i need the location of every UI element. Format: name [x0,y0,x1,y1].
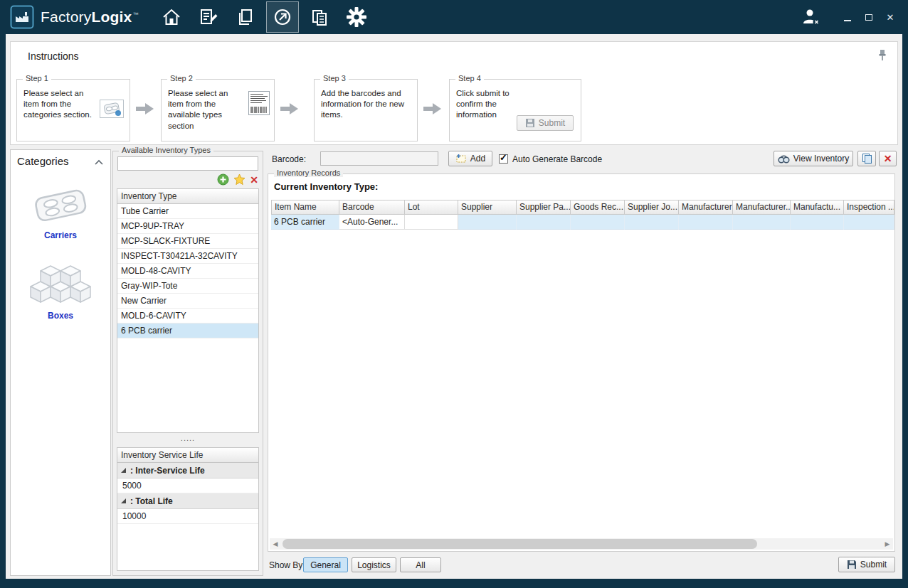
nav-settings-button[interactable] [341,2,372,32]
group-label: : Inter-Service Life [130,466,205,476]
carriers-icon [30,186,91,224]
cell-item-name[interactable]: 6 PCB carrier [271,215,339,230]
column-header-manufacturer[interactable]: Manufacturer [679,200,733,215]
delete-type-button[interactable]: ✕ [250,175,258,185]
records-grid: Item Name Barcode Lot Supplier Supplier … [271,200,894,230]
column-header-supplier-part[interactable]: Supplier Pa... [517,200,571,215]
cell-supplier[interactable] [458,215,517,230]
view-inventory-label: View Inventory [793,154,850,164]
nav-materials-button[interactable] [230,2,261,32]
brand-factory: Factory [41,9,91,25]
cell-manufacturer-2[interactable] [733,215,791,230]
inventory-type-row[interactable]: MOLD-6-CAVITY [117,309,258,324]
inventory-type-row[interactable]: MCP-SLACK-FIXTURE [117,234,258,249]
brand-logix: Logix [91,9,132,25]
instructions-title: Instructions [28,50,79,62]
service-life-header[interactable]: Inventory Service Life [117,448,258,463]
column-header-inspection[interactable]: Inspection ... [844,200,894,215]
cell-goods-received[interactable] [571,215,625,230]
brand-trademark: ™ [132,11,138,18]
category-boxes-label: Boxes [48,311,73,321]
type-filter-input[interactable] [117,156,258,171]
pin-icon[interactable] [877,49,887,61]
save-icon [847,560,857,570]
close-button[interactable]: ✕ [880,8,901,26]
inventory-type-column-header[interactable]: Inventory Type [117,189,258,204]
show-by-logistics-button[interactable]: Logistics [352,557,396,572]
column-header-item-name[interactable]: Item Name [271,200,339,215]
user-status-button[interactable] [797,5,825,29]
cell-supplier-part[interactable] [517,215,571,230]
column-header-supplier[interactable]: Supplier [458,200,517,215]
cell-manufacturer[interactable] [679,215,733,230]
step-4-box: Step 4 Click submit to confirm the infor… [449,79,581,141]
cell-manufactu[interactable] [791,215,844,230]
delete-record-button[interactable]: ✕ [879,151,897,166]
inventory-type-row[interactable]: MCP-9UP-TRAY [117,219,258,234]
inventory-type-row[interactable]: Gray-WIP-Tote [117,279,258,294]
column-header-manufactu[interactable]: Manufactu... [791,200,844,215]
category-carriers[interactable]: Carriers [11,186,110,240]
group-row-total-life[interactable]: : Total Life [117,493,258,509]
nav-worksheets-button[interactable] [193,2,224,32]
category-carriers-label: Carriers [44,230,77,240]
column-header-barcode[interactable]: Barcode [339,200,405,215]
inventory-type-row[interactable]: Tube Carrier [117,204,258,219]
factorylogix-window: FactoryLogix™ [0,0,908,588]
inventory-records-group: Inventory Records Current Inventory Type… [268,173,895,552]
maximize-icon [865,14,872,21]
group-row-inter-service-life[interactable]: : Inter-Service Life [117,463,258,479]
scroll-right-button[interactable]: ▶ [882,538,893,550]
chevron-up-icon[interactable] [94,159,104,166]
category-boxes[interactable]: Boxes [11,259,110,321]
nav-reports-button[interactable] [304,2,335,32]
column-header-supplier-job[interactable]: Supplier Jo... [625,200,679,215]
step-2-text: Please select an item from the available… [168,88,242,132]
maximize-button[interactable] [858,8,880,26]
service-life-value[interactable]: 10000 [117,509,258,524]
splitter-handle[interactable]: ..... [117,436,259,444]
categories-preview-image [100,100,124,118]
show-by-all-button[interactable]: All [400,557,441,572]
column-header-goods-received[interactable]: Goods Rec... [571,200,625,215]
cell-lot[interactable] [405,215,458,230]
record-row[interactable]: 6 PCB carrier <Auto-Gener... [271,215,894,230]
add-type-button[interactable] [217,173,229,186]
show-by-general-button[interactable]: General [303,557,348,572]
step-1-title: Step 1 [23,74,51,82]
inventory-type-row[interactable]: INSPECT-T30421A-32CAVITY [117,249,258,264]
view-inventory-button[interactable]: View Inventory [774,151,853,166]
column-header-lot[interactable]: Lot [405,200,458,215]
submit-button[interactable]: Submit [838,557,895,572]
instructions-panel: Instructions Step 1 Please select an ite… [10,41,898,145]
minimize-button[interactable] [837,8,858,26]
service-life-value[interactable]: 5000 [117,479,258,493]
cell-inspection[interactable] [844,215,894,230]
copy-button[interactable] [857,151,876,166]
type-actions: ✕ [217,173,258,186]
scrollbar-track[interactable] [281,538,882,550]
add-record-button[interactable]: Add [448,151,492,166]
favorite-type-button[interactable] [233,173,246,186]
step-arrow-icon [423,102,442,116]
nav-dispatch-button[interactable] [267,2,298,32]
step-submit-button[interactable]: Submit [517,115,574,131]
cell-supplier-job[interactable] [625,215,679,230]
boxes-icon [29,259,92,304]
content-area: Instructions Step 1 Please select an ite… [6,34,902,579]
nav-home-button[interactable] [156,2,187,32]
cell-barcode[interactable]: <Auto-Gener... [339,215,405,230]
column-header-manufacturer-2[interactable]: Manufacturer... [733,200,791,215]
barcode-label: Barcode: [272,154,306,164]
main-nav [156,2,372,32]
scroll-left-button[interactable]: ◀ [270,538,281,550]
step-submit-label: Submit [539,118,565,128]
inventory-type-row-selected[interactable]: 6 PCB carrier [117,324,258,338]
scrollbar-thumb[interactable] [283,539,757,549]
inventory-type-row[interactable]: MOLD-48-CAVITY [117,264,258,279]
inventory-type-row[interactable]: New Carrier [117,294,258,309]
auto-generate-checkbox[interactable]: ✓ [499,154,508,164]
barcode-input[interactable] [320,151,438,166]
horizontal-scrollbar[interactable]: ◀ ▶ [270,538,893,550]
home-icon [162,7,181,27]
